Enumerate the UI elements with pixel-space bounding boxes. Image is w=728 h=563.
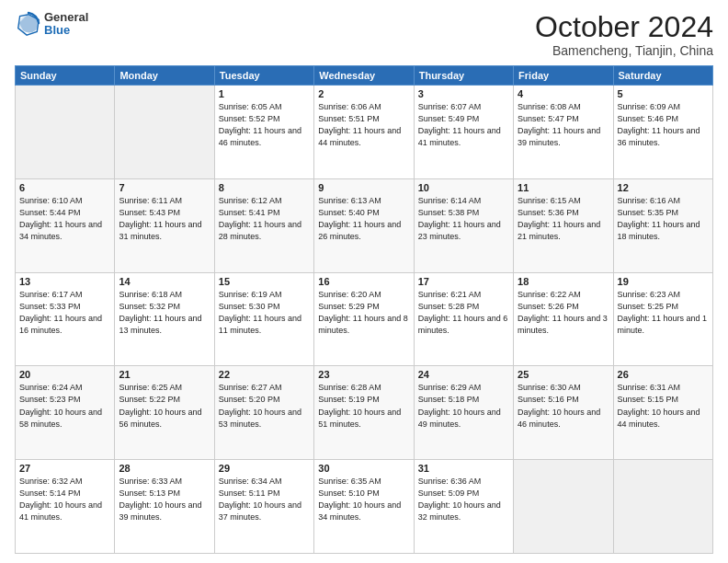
day-info: Sunrise: 6:06 AMSunset: 5:51 PMDaylight:… bbox=[318, 101, 409, 149]
calendar-cell bbox=[115, 86, 214, 179]
day-number: 25 bbox=[518, 369, 609, 380]
calendar-week-5: 27 Sunrise: 6:32 AMSunset: 5:14 PMDaylig… bbox=[16, 460, 713, 554]
day-info: Sunrise: 6:24 AMSunset: 5:23 PMDaylight:… bbox=[19, 382, 110, 430]
day-info: Sunrise: 6:23 AMSunset: 5:25 PMDaylight:… bbox=[618, 289, 709, 337]
day-info: Sunrise: 6:32 AMSunset: 5:14 PMDaylight:… bbox=[19, 476, 110, 523]
weekday-header-friday: Friday bbox=[514, 66, 613, 86]
month-title: October 2024 bbox=[535, 11, 713, 43]
day-number: 4 bbox=[518, 88, 609, 99]
calendar-cell: 28 Sunrise: 6:33 AMSunset: 5:13 PMDaylig… bbox=[115, 460, 214, 554]
calendar-cell: 13 Sunrise: 6:17 AMSunset: 5:33 PMDaylig… bbox=[16, 272, 115, 366]
calendar-cell: 2 Sunrise: 6:06 AMSunset: 5:51 PMDayligh… bbox=[314, 86, 414, 179]
calendar-cell: 5 Sunrise: 6:09 AMSunset: 5:46 PMDayligh… bbox=[613, 86, 712, 179]
calendar-cell: 14 Sunrise: 6:18 AMSunset: 5:32 PMDaylig… bbox=[115, 272, 214, 366]
day-number: 21 bbox=[119, 369, 210, 380]
day-info: Sunrise: 6:18 AMSunset: 5:32 PMDaylight:… bbox=[119, 289, 210, 337]
calendar-cell: 18 Sunrise: 6:22 AMSunset: 5:26 PMDaylig… bbox=[514, 272, 613, 366]
calendar-cell: 29 Sunrise: 6:34 AMSunset: 5:11 PMDaylig… bbox=[214, 460, 313, 554]
calendar-cell: 10 Sunrise: 6:14 AMSunset: 5:38 PMDaylig… bbox=[414, 178, 513, 272]
day-number: 6 bbox=[19, 182, 110, 193]
day-info: Sunrise: 6:14 AMSunset: 5:38 PMDaylight:… bbox=[418, 195, 509, 243]
calendar-cell: 31 Sunrise: 6:36 AMSunset: 5:09 PMDaylig… bbox=[414, 460, 513, 554]
day-number: 22 bbox=[219, 369, 310, 380]
day-info: Sunrise: 6:31 AMSunset: 5:15 PMDaylight:… bbox=[618, 382, 709, 430]
day-info: Sunrise: 6:30 AMSunset: 5:16 PMDaylight:… bbox=[518, 382, 609, 430]
day-info: Sunrise: 6:20 AMSunset: 5:29 PMDaylight:… bbox=[318, 289, 409, 337]
day-number: 3 bbox=[418, 88, 509, 99]
calendar-cell bbox=[613, 460, 712, 554]
day-info: Sunrise: 6:16 AMSunset: 5:35 PMDaylight:… bbox=[618, 195, 709, 243]
day-info: Sunrise: 6:11 AMSunset: 5:43 PMDaylight:… bbox=[119, 195, 210, 243]
weekday-header-sunday: Sunday bbox=[16, 66, 115, 86]
day-number: 26 bbox=[618, 369, 709, 380]
day-info: Sunrise: 6:22 AMSunset: 5:26 PMDaylight:… bbox=[518, 289, 609, 337]
header: General Blue October 2024 Bamencheng, Ti… bbox=[15, 11, 713, 58]
calendar-week-3: 13 Sunrise: 6:17 AMSunset: 5:33 PMDaylig… bbox=[16, 272, 713, 366]
calendar-cell: 24 Sunrise: 6:29 AMSunset: 5:18 PMDaylig… bbox=[414, 366, 513, 460]
title-block: October 2024 Bamencheng, Tianjin, China bbox=[535, 11, 713, 58]
day-info: Sunrise: 6:07 AMSunset: 5:49 PMDaylight:… bbox=[418, 101, 509, 149]
day-number: 5 bbox=[618, 88, 709, 99]
day-info: Sunrise: 6:17 AMSunset: 5:33 PMDaylight:… bbox=[19, 289, 110, 337]
page: General Blue October 2024 Bamencheng, Ti… bbox=[0, 0, 728, 563]
day-number: 8 bbox=[219, 182, 310, 193]
calendar: SundayMondayTuesdayWednesdayThursdayFrid… bbox=[15, 65, 713, 554]
day-info: Sunrise: 6:19 AMSunset: 5:30 PMDaylight:… bbox=[219, 289, 310, 337]
weekday-header-monday: Monday bbox=[115, 66, 214, 86]
logo-text: General Blue bbox=[44, 11, 88, 38]
calendar-cell: 27 Sunrise: 6:32 AMSunset: 5:14 PMDaylig… bbox=[16, 460, 115, 554]
calendar-cell: 7 Sunrise: 6:11 AMSunset: 5:43 PMDayligh… bbox=[115, 178, 214, 272]
calendar-cell: 23 Sunrise: 6:28 AMSunset: 5:19 PMDaylig… bbox=[314, 366, 414, 460]
calendar-cell bbox=[514, 460, 613, 554]
logo-icon bbox=[15, 11, 40, 37]
day-number: 2 bbox=[318, 88, 409, 99]
day-info: Sunrise: 6:13 AMSunset: 5:40 PMDaylight:… bbox=[318, 195, 409, 243]
calendar-cell: 25 Sunrise: 6:30 AMSunset: 5:16 PMDaylig… bbox=[514, 366, 613, 460]
day-info: Sunrise: 6:15 AMSunset: 5:36 PMDaylight:… bbox=[518, 195, 609, 243]
day-info: Sunrise: 6:05 AMSunset: 5:52 PMDaylight:… bbox=[219, 101, 310, 149]
calendar-cell: 4 Sunrise: 6:08 AMSunset: 5:47 PMDayligh… bbox=[514, 86, 613, 179]
calendar-cell: 6 Sunrise: 6:10 AMSunset: 5:44 PMDayligh… bbox=[16, 178, 115, 272]
day-info: Sunrise: 6:35 AMSunset: 5:10 PMDaylight:… bbox=[318, 476, 409, 523]
day-info: Sunrise: 6:08 AMSunset: 5:47 PMDaylight:… bbox=[518, 101, 609, 149]
calendar-week-4: 20 Sunrise: 6:24 AMSunset: 5:23 PMDaylig… bbox=[16, 366, 713, 460]
day-info: Sunrise: 6:25 AMSunset: 5:22 PMDaylight:… bbox=[119, 382, 210, 430]
calendar-cell: 9 Sunrise: 6:13 AMSunset: 5:40 PMDayligh… bbox=[314, 178, 414, 272]
calendar-cell: 8 Sunrise: 6:12 AMSunset: 5:41 PMDayligh… bbox=[214, 178, 313, 272]
weekday-header-row: SundayMondayTuesdayWednesdayThursdayFrid… bbox=[16, 66, 713, 86]
calendar-cell: 30 Sunrise: 6:35 AMSunset: 5:10 PMDaylig… bbox=[314, 460, 414, 554]
day-number: 31 bbox=[418, 463, 509, 474]
weekday-header-saturday: Saturday bbox=[613, 66, 712, 86]
logo-general: General bbox=[44, 11, 88, 24]
day-number: 13 bbox=[19, 276, 110, 287]
day-number: 24 bbox=[418, 369, 509, 380]
day-number: 17 bbox=[418, 276, 509, 287]
calendar-cell: 17 Sunrise: 6:21 AMSunset: 5:28 PMDaylig… bbox=[414, 272, 513, 366]
weekday-header-tuesday: Tuesday bbox=[214, 66, 313, 86]
day-info: Sunrise: 6:29 AMSunset: 5:18 PMDaylight:… bbox=[418, 382, 509, 430]
calendar-week-1: 1 Sunrise: 6:05 AMSunset: 5:52 PMDayligh… bbox=[16, 86, 713, 179]
day-number: 30 bbox=[318, 463, 409, 474]
day-number: 14 bbox=[119, 276, 210, 287]
day-number: 23 bbox=[318, 369, 409, 380]
calendar-cell: 12 Sunrise: 6:16 AMSunset: 5:35 PMDaylig… bbox=[613, 178, 712, 272]
day-number: 20 bbox=[19, 369, 110, 380]
calendar-cell: 21 Sunrise: 6:25 AMSunset: 5:22 PMDaylig… bbox=[115, 366, 214, 460]
day-info: Sunrise: 6:36 AMSunset: 5:09 PMDaylight:… bbox=[418, 476, 509, 523]
day-info: Sunrise: 6:12 AMSunset: 5:41 PMDaylight:… bbox=[219, 195, 310, 243]
logo: General Blue bbox=[15, 11, 88, 38]
day-number: 10 bbox=[418, 182, 509, 193]
calendar-cell: 11 Sunrise: 6:15 AMSunset: 5:36 PMDaylig… bbox=[514, 178, 613, 272]
day-number: 1 bbox=[219, 88, 310, 99]
day-info: Sunrise: 6:33 AMSunset: 5:13 PMDaylight:… bbox=[119, 476, 210, 523]
day-info: Sunrise: 6:27 AMSunset: 5:20 PMDaylight:… bbox=[219, 382, 310, 430]
day-number: 7 bbox=[119, 182, 210, 193]
calendar-cell: 1 Sunrise: 6:05 AMSunset: 5:52 PMDayligh… bbox=[214, 86, 313, 179]
calendar-cell: 16 Sunrise: 6:20 AMSunset: 5:29 PMDaylig… bbox=[314, 272, 414, 366]
calendar-cell: 26 Sunrise: 6:31 AMSunset: 5:15 PMDaylig… bbox=[613, 366, 712, 460]
day-info: Sunrise: 6:28 AMSunset: 5:19 PMDaylight:… bbox=[318, 382, 409, 430]
day-number: 9 bbox=[318, 182, 409, 193]
day-info: Sunrise: 6:09 AMSunset: 5:46 PMDaylight:… bbox=[618, 101, 709, 149]
day-info: Sunrise: 6:10 AMSunset: 5:44 PMDaylight:… bbox=[19, 195, 110, 243]
day-number: 28 bbox=[119, 463, 210, 474]
